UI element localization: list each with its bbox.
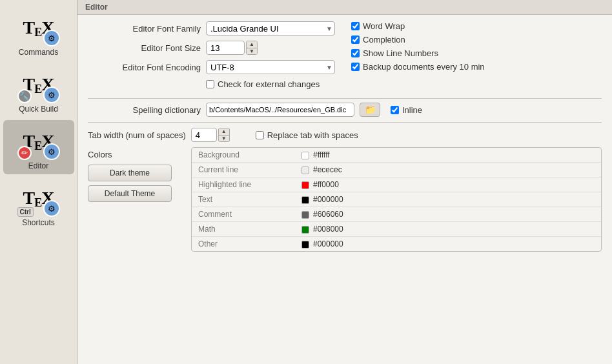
backup-label: Backup documents every 10 min xyxy=(363,62,485,72)
inline-checkbox-row: Inline xyxy=(391,105,422,115)
color-swatch xyxy=(301,167,309,174)
color-row-value: #008000 xyxy=(295,222,601,237)
inline-checkbox[interactable] xyxy=(391,106,399,114)
pencil-badge-editor: ✏ xyxy=(17,146,32,160)
sidebar-item-label-shortcuts: Shortcuts xyxy=(22,218,55,227)
replace-tab-row: Replace tab with spaces xyxy=(256,130,358,140)
right-column: Word Wrap Completion Show Line Numbers B… xyxy=(351,21,602,94)
sidebar-item-quick-build[interactable]: TEX 🔧 ⚙ Quick Build xyxy=(3,63,74,117)
sidebar: TEX ⚙ Commands TEX 🔧 ⚙ Quick Build TEX ✏… xyxy=(0,0,77,364)
colors-table: Background#ffffffCurrent line#ecececHigh… xyxy=(191,147,602,252)
font-encoding-dropdown-wrapper[interactable]: UTF-8 ▼ xyxy=(206,60,335,74)
font-encoding-row: Editor Font Encoding UTF-8 ▼ xyxy=(88,60,338,74)
sidebar-item-shortcuts[interactable]: TEX Ctrl ⚙ Shortcuts xyxy=(3,177,74,231)
spelling-dict-input[interactable] xyxy=(206,103,354,117)
tab-width-label: Tab width (num of spaces) xyxy=(88,130,186,140)
colors-table-row[interactable]: Background#ffffff xyxy=(192,148,601,163)
font-family-select[interactable]: .Lucida Grande UI xyxy=(206,21,335,35)
spelling-dict-label: Spelling dictionary xyxy=(88,105,201,115)
font-size-up-button[interactable]: ▲ xyxy=(247,41,257,48)
tab-width-input[interactable] xyxy=(191,128,217,142)
colors-table-row[interactable]: Comment#606060 xyxy=(192,207,601,222)
colors-table-row[interactable]: Other#000000 xyxy=(192,237,601,252)
font-size-input[interactable] xyxy=(206,41,245,55)
font-family-label: Editor Font Family xyxy=(88,24,201,34)
quick-build-icon-container: TEX 🔧 ⚙ xyxy=(16,67,61,103)
external-changes-label: Check for external changes xyxy=(218,79,320,89)
external-changes-checkbox-row: Check for external changes xyxy=(206,79,320,89)
colors-table-row[interactable]: Highlighted line#ff0000 xyxy=(192,177,601,192)
font-size-label: Editor Font Size xyxy=(88,43,201,53)
sidebar-item-label-editor: Editor xyxy=(28,161,48,170)
gear-badge-commands: ⚙ xyxy=(43,30,60,46)
completion-checkbox[interactable] xyxy=(351,35,360,44)
divider-1 xyxy=(88,98,602,99)
font-size-down-button[interactable]: ▼ xyxy=(247,48,257,54)
word-wrap-checkbox[interactable] xyxy=(351,22,360,30)
sidebar-item-label-quick-build: Quick Build xyxy=(19,105,58,114)
ctrl-badge-shortcuts: Ctrl xyxy=(17,207,34,217)
gear-badge-quick-build: ⚙ xyxy=(43,86,60,103)
backup-checkbox[interactable] xyxy=(351,63,360,71)
gear-badge-shortcuts: ⚙ xyxy=(43,200,60,217)
show-line-numbers-label: Show Line Numbers xyxy=(363,48,438,58)
external-changes-checkbox[interactable] xyxy=(206,80,214,88)
color-swatch xyxy=(301,211,309,219)
colors-data-table: Background#ffffffCurrent line#ecececHigh… xyxy=(192,148,601,251)
wrench-badge-quick-build: 🔧 xyxy=(17,89,32,103)
top-two-column: Editor Font Family .Lucida Grande UI ▼ E… xyxy=(88,21,602,94)
color-row-name: Highlighted line xyxy=(192,177,295,192)
color-row-value: #ececec xyxy=(295,163,601,177)
color-swatch xyxy=(301,241,309,248)
color-row-name: Math xyxy=(192,222,295,237)
colors-table-row[interactable]: Math#008000 xyxy=(192,222,601,237)
colors-table-row[interactable]: Text#000000 xyxy=(192,192,601,207)
colors-table-row[interactable]: Current line#ececec xyxy=(192,163,601,177)
color-row-name: Background xyxy=(192,148,295,163)
left-column: Editor Font Family .Lucida Grande UI ▼ E… xyxy=(88,21,351,94)
color-row-value: #000000 xyxy=(295,192,601,207)
section-title: Editor xyxy=(85,3,108,12)
completion-row: Completion xyxy=(351,35,602,45)
color-row-value: #ff0000 xyxy=(295,177,601,192)
tab-width-row: Tab width (num of spaces) ▲ ▼ Replace ta… xyxy=(88,128,602,142)
show-line-numbers-checkbox[interactable] xyxy=(351,49,360,57)
colors-section-label: Colors xyxy=(88,150,112,159)
divider-2 xyxy=(88,122,602,123)
main-panel: Editor Editor Font Family .Lucida Grande… xyxy=(77,0,612,364)
font-size-stepper: ▲ ▼ xyxy=(206,41,258,55)
color-swatch xyxy=(301,226,309,234)
replace-tab-checkbox[interactable] xyxy=(256,131,264,139)
colors-section: Colors Dark theme Default Theme Backgrou… xyxy=(88,147,602,252)
color-row-name: Current line xyxy=(192,163,295,177)
show-line-numbers-row: Show Line Numbers xyxy=(351,48,602,58)
sidebar-item-editor[interactable]: TEX ✏ ⚙ Editor xyxy=(3,120,74,174)
word-wrap-label: Word Wrap xyxy=(363,21,405,31)
replace-tab-label: Replace tab with spaces xyxy=(267,130,358,140)
tab-width-up-button[interactable]: ▲ xyxy=(219,128,229,135)
inline-label: Inline xyxy=(402,105,422,115)
dark-theme-button[interactable]: Dark theme xyxy=(88,165,172,181)
spelling-dict-folder-button[interactable]: 📁 xyxy=(360,103,380,117)
font-family-dropdown-wrapper[interactable]: .Lucida Grande UI ▼ xyxy=(206,21,335,35)
section-header: Editor xyxy=(77,0,612,15)
font-size-row: Editor Font Size ▲ ▼ xyxy=(88,41,338,55)
font-family-row: Editor Font Family .Lucida Grande UI ▼ xyxy=(88,21,338,35)
commands-icon-container: TEX ⚙ xyxy=(16,10,61,46)
color-row-value: #ffffff xyxy=(295,148,601,163)
completion-label: Completion xyxy=(363,35,405,45)
tab-width-down-button[interactable]: ▼ xyxy=(219,135,229,141)
color-row-value: #000000 xyxy=(295,237,601,252)
sidebar-item-commands[interactable]: TEX ⚙ Commands xyxy=(3,6,74,61)
color-swatch xyxy=(301,152,309,159)
colors-label-area: Colors Dark theme Default Theme xyxy=(88,147,191,252)
default-theme-button[interactable]: Default Theme xyxy=(88,185,172,202)
color-row-value: #606060 xyxy=(295,207,601,222)
tab-width-stepper-buttons: ▲ ▼ xyxy=(218,128,230,142)
editor-icon-container: TEX ✏ ⚙ xyxy=(16,124,61,160)
font-encoding-select[interactable]: UTF-8 xyxy=(206,60,335,74)
tab-width-stepper: ▲ ▼ xyxy=(191,128,230,142)
font-encoding-label: Editor Font Encoding xyxy=(88,63,201,72)
content-area: Editor Font Family .Lucida Grande UI ▼ E… xyxy=(77,15,612,364)
shortcuts-icon-container: TEX Ctrl ⚙ xyxy=(16,181,61,217)
